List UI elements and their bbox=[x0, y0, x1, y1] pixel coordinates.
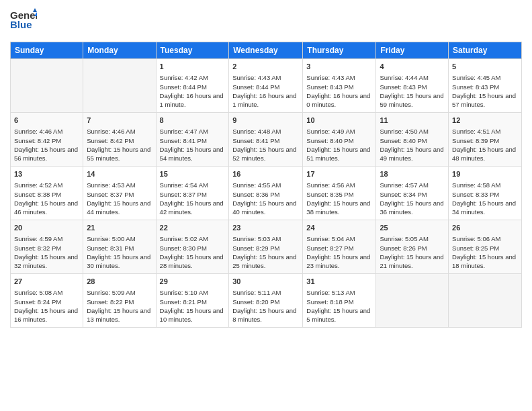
daylight-text: Daylight: 15 hours and 21 minutes. bbox=[380, 253, 443, 269]
sunset-text: Sunset: 8:30 PM bbox=[160, 244, 207, 252]
sunrise-text: Sunrise: 4:50 AM bbox=[380, 128, 428, 135]
sunset-text: Sunset: 8:33 PM bbox=[452, 191, 499, 198]
day-number: 21 bbox=[87, 223, 152, 233]
sunrise-text: Sunrise: 5:05 AM bbox=[380, 235, 428, 242]
sunset-text: Sunset: 8:39 PM bbox=[452, 137, 499, 144]
sunset-text: Sunset: 8:20 PM bbox=[232, 298, 279, 306]
sunrise-text: Sunrise: 4:45 AM bbox=[452, 74, 500, 81]
calendar-cell: 30Sunrise: 5:11 AMSunset: 8:20 PMDayligh… bbox=[229, 274, 303, 328]
calendar-cell: 6Sunrise: 4:46 AMSunset: 8:42 PMDaylight… bbox=[11, 113, 83, 167]
day-number: 2 bbox=[232, 62, 299, 72]
daylight-text: Daylight: 15 hours and 25 minutes. bbox=[232, 253, 296, 269]
day-number: 3 bbox=[306, 62, 372, 72]
day-of-week-header: Thursday bbox=[303, 42, 376, 59]
daylight-text: Daylight: 15 hours and 55 minutes. bbox=[87, 146, 150, 162]
daylight-text: Daylight: 15 hours and 46 minutes. bbox=[14, 199, 78, 216]
sunset-text: Sunset: 8:22 PM bbox=[87, 298, 134, 306]
sunrise-text: Sunrise: 4:54 AM bbox=[160, 181, 208, 189]
day-number: 19 bbox=[452, 169, 518, 179]
daylight-text: Daylight: 15 hours and 44 minutes. bbox=[87, 199, 150, 216]
sunrise-text: Sunrise: 4:46 AM bbox=[14, 128, 62, 135]
calendar-week-row: 1Sunrise: 4:42 AMSunset: 8:44 PMDaylight… bbox=[11, 59, 522, 113]
day-number: 25 bbox=[380, 223, 445, 233]
calendar-cell: 1Sunrise: 4:42 AMSunset: 8:44 PMDaylight… bbox=[156, 59, 229, 113]
day-number: 22 bbox=[160, 223, 226, 233]
calendar-cell: 28Sunrise: 5:09 AMSunset: 8:22 PMDayligh… bbox=[83, 274, 156, 328]
sunrise-text: Sunrise: 4:59 AM bbox=[14, 235, 62, 242]
daylight-text: Daylight: 16 hours and 1 minute. bbox=[232, 92, 296, 108]
sunset-text: Sunset: 8:26 PM bbox=[380, 244, 427, 252]
logo: General Blue bbox=[10, 7, 37, 36]
calendar-cell: 12Sunrise: 4:51 AMSunset: 8:39 PMDayligh… bbox=[449, 113, 522, 167]
day-number: 17 bbox=[306, 169, 372, 179]
day-number: 18 bbox=[380, 169, 445, 179]
sunrise-text: Sunrise: 5:13 AM bbox=[306, 289, 355, 296]
sunrise-text: Sunrise: 4:56 AM bbox=[306, 181, 355, 189]
day-of-week-header: Tuesday bbox=[156, 42, 229, 59]
daylight-text: Daylight: 15 hours and 48 minutes. bbox=[452, 146, 516, 162]
day-number: 5 bbox=[452, 62, 518, 72]
day-of-week-header: Friday bbox=[376, 42, 449, 59]
day-of-week-header: Monday bbox=[83, 42, 156, 59]
day-number: 29 bbox=[160, 277, 226, 287]
sunrise-text: Sunrise: 4:47 AM bbox=[160, 128, 208, 135]
svg-text:Blue: Blue bbox=[10, 19, 32, 30]
daylight-text: Daylight: 15 hours and 57 minutes. bbox=[452, 92, 516, 108]
day-number: 15 bbox=[160, 169, 226, 179]
daylight-text: Daylight: 15 hours and 54 minutes. bbox=[160, 146, 224, 162]
sunset-text: Sunset: 8:37 PM bbox=[160, 191, 207, 198]
sunrise-text: Sunrise: 5:02 AM bbox=[160, 235, 208, 242]
sunrise-text: Sunrise: 4:48 AM bbox=[232, 128, 281, 135]
daylight-text: Daylight: 15 hours and 28 minutes. bbox=[160, 253, 224, 269]
sunset-text: Sunset: 8:44 PM bbox=[232, 83, 279, 91]
daylight-text: Daylight: 15 hours and 13 minutes. bbox=[87, 307, 150, 323]
page-header: General Blue bbox=[10, 7, 522, 36]
calendar-cell: 22Sunrise: 5:02 AMSunset: 8:30 PMDayligh… bbox=[156, 220, 229, 274]
sunrise-text: Sunrise: 5:08 AM bbox=[14, 289, 62, 296]
calendar-cell bbox=[449, 274, 522, 328]
calendar-cell: 5Sunrise: 4:45 AMSunset: 8:43 PMDaylight… bbox=[449, 59, 522, 113]
sunrise-text: Sunrise: 5:03 AM bbox=[232, 235, 281, 242]
day-number: 24 bbox=[306, 223, 372, 233]
calendar-cell: 2Sunrise: 4:43 AMSunset: 8:44 PMDaylight… bbox=[229, 59, 303, 113]
sunset-text: Sunset: 8:42 PM bbox=[87, 137, 134, 144]
calendar-week-row: 27Sunrise: 5:08 AMSunset: 8:24 PMDayligh… bbox=[11, 274, 522, 328]
calendar-cell: 15Sunrise: 4:54 AMSunset: 8:37 PMDayligh… bbox=[156, 167, 229, 220]
sunrise-text: Sunrise: 4:51 AM bbox=[452, 128, 500, 135]
sunrise-text: Sunrise: 4:43 AM bbox=[306, 74, 355, 81]
calendar-cell: 23Sunrise: 5:03 AMSunset: 8:29 PMDayligh… bbox=[229, 220, 303, 274]
day-number: 4 bbox=[380, 62, 445, 72]
calendar-cell: 25Sunrise: 5:05 AMSunset: 8:26 PMDayligh… bbox=[376, 220, 449, 274]
day-number: 9 bbox=[232, 116, 299, 126]
calendar-week-row: 13Sunrise: 4:52 AMSunset: 8:38 PMDayligh… bbox=[11, 167, 522, 220]
sunrise-text: Sunrise: 4:44 AM bbox=[380, 74, 428, 81]
daylight-text: Daylight: 15 hours and 38 minutes. bbox=[306, 199, 370, 216]
sunset-text: Sunset: 8:40 PM bbox=[306, 137, 353, 144]
day-number: 30 bbox=[232, 277, 299, 287]
calendar-cell: 24Sunrise: 5:04 AMSunset: 8:27 PMDayligh… bbox=[303, 220, 376, 274]
sunset-text: Sunset: 8:37 PM bbox=[87, 191, 134, 198]
day-number: 27 bbox=[14, 277, 79, 287]
sunrise-text: Sunrise: 4:55 AM bbox=[232, 181, 281, 189]
calendar-cell: 20Sunrise: 4:59 AMSunset: 8:32 PMDayligh… bbox=[11, 220, 83, 274]
daylight-text: Daylight: 15 hours and 42 minutes. bbox=[160, 199, 224, 216]
day-number: 7 bbox=[87, 116, 152, 126]
day-of-week-header: Wednesday bbox=[229, 42, 303, 59]
day-number: 6 bbox=[14, 116, 79, 126]
sunrise-text: Sunrise: 4:46 AM bbox=[87, 128, 135, 135]
daylight-text: Daylight: 15 hours and 32 minutes. bbox=[14, 253, 78, 269]
sunset-text: Sunset: 8:43 PM bbox=[452, 83, 499, 91]
calendar-cell: 4Sunrise: 4:44 AMSunset: 8:43 PMDaylight… bbox=[376, 59, 449, 113]
sunset-text: Sunset: 8:29 PM bbox=[232, 244, 279, 252]
sunset-text: Sunset: 8:24 PM bbox=[14, 298, 61, 306]
sunrise-text: Sunrise: 4:58 AM bbox=[452, 181, 500, 189]
daylight-text: Daylight: 16 hours and 0 minutes. bbox=[306, 92, 370, 108]
calendar-cell: 27Sunrise: 5:08 AMSunset: 8:24 PMDayligh… bbox=[11, 274, 83, 328]
sunset-text: Sunset: 8:42 PM bbox=[14, 137, 61, 144]
calendar-cell: 16Sunrise: 4:55 AMSunset: 8:36 PMDayligh… bbox=[229, 167, 303, 220]
day-number: 8 bbox=[160, 116, 226, 126]
sunset-text: Sunset: 8:40 PM bbox=[380, 137, 427, 144]
daylight-text: Daylight: 15 hours and 36 minutes. bbox=[380, 199, 443, 216]
sunset-text: Sunset: 8:34 PM bbox=[380, 191, 427, 198]
sunset-text: Sunset: 8:43 PM bbox=[380, 83, 427, 91]
